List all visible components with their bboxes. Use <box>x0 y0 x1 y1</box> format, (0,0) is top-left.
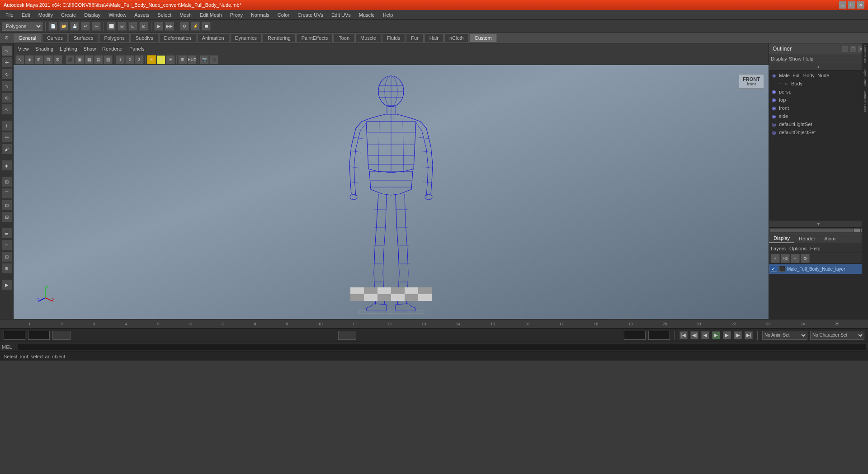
tb7[interactable]: ⊞ <box>118 22 127 31</box>
vp-tb3[interactable]: ⊞ <box>34 55 43 64</box>
vp-tb12[interactable]: 2 <box>125 55 134 64</box>
menu-edit-mesh[interactable]: Edit Mesh <box>196 11 226 19</box>
anim-set-selector[interactable]: No Anim Set <box>762 331 807 340</box>
menu-proxy[interactable]: Proxy <box>226 11 246 19</box>
vp-tb7[interactable]: ▣ <box>75 55 84 64</box>
outliner-item-front[interactable]: ◉ front <box>769 104 868 112</box>
tab-rendering[interactable]: Rendering <box>263 33 296 42</box>
snap-to-point-btn[interactable]: ⊡ <box>1 200 12 211</box>
soft-mod-btn[interactable]: ∿ <box>1 104 12 115</box>
tab-curves[interactable]: Curves <box>42 33 68 42</box>
grid-btn[interactable]: ⊞ <box>178 55 187 64</box>
next-frame-btn[interactable]: ▶ <box>723 331 731 339</box>
vp-menu-lighting[interactable]: Lighting <box>57 45 80 52</box>
vp-tb9[interactable]: ▤ <box>94 55 103 64</box>
vp-menu-renderer[interactable]: Renderer <box>99 45 126 52</box>
close-button[interactable]: ✕ <box>857 1 864 9</box>
vp-tb2[interactable]: ◈ <box>25 55 34 64</box>
move-tool-btn[interactable]: ✛ <box>1 57 12 68</box>
menu-help[interactable]: Help <box>379 11 397 19</box>
prev-key-btn[interactable]: ◀| <box>690 331 698 339</box>
attr-editor-btn[interactable]: ⊟ <box>1 251 12 262</box>
layer-subtab-layers[interactable]: Layers <box>771 246 786 251</box>
layer-tab-render[interactable]: Render <box>794 235 820 243</box>
light1-btn[interactable]: ☀ <box>147 55 156 64</box>
menu-create-uvs[interactable]: Create UVs <box>294 11 327 19</box>
go-end-btn[interactable]: ▶| <box>745 331 753 339</box>
snap-to-grid-btn[interactable]: ⊞ <box>1 176 12 187</box>
tab-general[interactable]: General <box>14 33 41 42</box>
menu-display[interactable]: Display <box>80 11 104 19</box>
snap-to-curve-btn[interactable]: ⌒ <box>1 188 12 199</box>
save-scene-btn[interactable]: 💾 <box>70 22 79 31</box>
vp-cam2[interactable]: 🎥 <box>209 55 218 64</box>
tool-settings-btn[interactable]: ⚙ <box>1 263 12 274</box>
light2-btn[interactable]: ☀ <box>156 55 165 64</box>
lasso-btn[interactable]: ⌇ <box>1 120 12 131</box>
prev-frame-btn[interactable]: ◀ <box>701 331 709 339</box>
new-layer-btn[interactable]: + <box>771 254 780 263</box>
vp-tb11[interactable]: 1 <box>116 55 125 64</box>
tb9[interactable]: ⊠ <box>139 22 148 31</box>
tab-painteffects[interactable]: PaintEffects <box>297 33 333 42</box>
frame-field[interactable]: 1 <box>52 331 71 340</box>
tab-surfaces[interactable]: Surfaces <box>69 33 98 42</box>
render-btn[interactable]: ▶ <box>154 22 163 31</box>
tb8[interactable]: ⊡ <box>128 22 137 31</box>
mel-input[interactable] <box>18 344 866 350</box>
3d-viewport[interactable]: FRONT front Y X Z <box>14 65 769 319</box>
tb11[interactable]: ⚡ <box>191 22 200 31</box>
tb6[interactable]: ⬜ <box>107 22 116 31</box>
vp-tb4[interactable]: ⊡ <box>44 55 53 64</box>
mode-selector[interactable]: Polygons Animation Rigging Rendering <box>2 22 42 31</box>
layer-options-btn[interactable]: ⚙ <box>801 254 810 263</box>
anim-end-input[interactable]: 48.00 <box>648 331 670 340</box>
outliner-menu-display[interactable]: Display <box>771 56 787 61</box>
layer-tab-anim[interactable]: Anim <box>820 235 840 243</box>
tab-toon[interactable]: Toon <box>334 33 354 42</box>
outliner-item-body[interactable]: — ○ Body <box>769 80 868 88</box>
menu-edit[interactable]: Edit <box>18 11 34 19</box>
outliner-scroll-down[interactable]: ▼ <box>769 220 868 227</box>
tab-animation[interactable]: Animation <box>197 33 229 42</box>
tb4[interactable]: ↩ <box>81 22 90 31</box>
light3-btn[interactable]: ☀ <box>166 55 175 64</box>
menu-window[interactable]: Window <box>105 11 130 19</box>
tb5[interactable]: ↪ <box>92 22 101 31</box>
tab-hair[interactable]: Hair <box>425 33 443 42</box>
menu-assets[interactable]: Assets <box>131 11 153 19</box>
outliner-item-lightset[interactable]: ◎ defaultLightSet <box>769 120 868 128</box>
menu-create[interactable]: Create <box>57 11 80 19</box>
open-scene-btn[interactable]: 📂 <box>59 22 68 31</box>
layer-type-box[interactable] <box>779 266 785 272</box>
menu-color[interactable]: Color <box>274 11 293 19</box>
current-time-input[interactable]: 1.00 <box>4 331 25 340</box>
menu-muscle[interactable]: Muscle <box>355 11 378 19</box>
char-set-selector[interactable]: No Character Set <box>810 331 864 340</box>
ipr-btn[interactable]: ▶▶ <box>165 22 174 31</box>
layer-row-body-nude[interactable]: ✓ Male_Full_Body_Nude_layer <box>769 264 868 274</box>
rotate-tool-btn[interactable]: ↻ <box>1 69 12 80</box>
menu-select[interactable]: Select <box>154 11 175 19</box>
menu-file[interactable]: File <box>2 11 17 19</box>
tab-subdivs[interactable]: Subdivs <box>131 33 158 42</box>
layer-editor-btn[interactable]: ☰ <box>1 228 12 239</box>
minimize-button[interactable]: ─ <box>839 1 846 9</box>
vp-tb1[interactable]: ↖ <box>15 55 24 64</box>
vp-menu-shading[interactable]: Shading <box>33 45 56 52</box>
vp-tb13[interactable]: 3 <box>135 55 144 64</box>
artisan-btn[interactable]: 🖌 <box>1 144 12 155</box>
vp-tb8[interactable]: ▦ <box>85 55 94 64</box>
next-key-btn[interactable]: |▶ <box>734 331 742 339</box>
tab-muscle[interactable]: Muscle <box>355 33 381 42</box>
maximize-button[interactable]: □ <box>848 1 855 9</box>
end-frame-field[interactable]: 24 <box>338 331 356 340</box>
tab-deformation[interactable]: Deformation <box>159 33 196 42</box>
paint-btn[interactable]: ✏ <box>1 132 12 143</box>
tab-fluids[interactable]: Fluids <box>382 33 405 42</box>
outliner-menu-show[interactable]: Show <box>789 56 802 61</box>
new-layer-from-sel-btn[interactable]: +S <box>781 254 790 263</box>
vp-menu-panels[interactable]: Panels <box>127 45 147 52</box>
outliner-item-male-body-nude[interactable]: ◈ Male_Full_Body_Nude <box>769 71 868 80</box>
tab-polygons[interactable]: Polygons <box>99 33 129 42</box>
